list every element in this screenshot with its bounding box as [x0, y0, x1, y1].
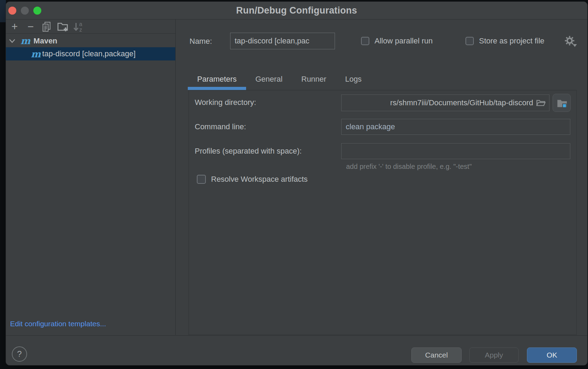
new-folder-button[interactable] [54, 20, 70, 33]
allow-parallel-run-label: Allow parallel run [375, 36, 433, 46]
tab-general[interactable]: General [246, 68, 292, 90]
tab-runner[interactable]: Runner [292, 68, 336, 90]
profiles-input[interactable] [341, 143, 570, 159]
background-accent [0, 0, 6, 22]
resolve-workspace-artifacts-option[interactable]: Resolve Workspace artifacts [197, 175, 308, 184]
maven-icon: m [20, 36, 31, 46]
store-as-project-file-checkbox[interactable] [465, 37, 474, 45]
dialog-title: Run/Debug Configurations [6, 2, 587, 19]
command-line-input[interactable] [341, 119, 570, 135]
add-configuration-button[interactable]: + [7, 20, 23, 33]
command-line-label: Command line: [195, 122, 246, 131]
tab-parameters[interactable]: Parameters [188, 68, 246, 90]
tab-logs[interactable]: Logs [336, 68, 371, 90]
remove-configuration-button[interactable]: − [23, 20, 39, 33]
store-as-project-file-label: Store as project file [479, 36, 544, 46]
ok-button[interactable]: OK [527, 347, 577, 363]
resolve-workspace-artifacts-checkbox[interactable] [197, 175, 206, 184]
working-directory-label: Working directory: [195, 98, 256, 107]
apply-button[interactable]: Apply [469, 347, 519, 363]
add-folder-icon [57, 21, 68, 32]
close-window-button[interactable] [8, 7, 16, 15]
browse-working-directory-button[interactable] [553, 94, 571, 112]
minimize-window-button[interactable] [21, 7, 29, 15]
folder-open-icon[interactable] [536, 98, 546, 108]
screen: Run/Debug Configurations + − [0, 0, 588, 369]
sort-configurations-button[interactable]: a z [70, 20, 86, 33]
question-mark-icon: ? [17, 349, 22, 359]
tree-group-maven[interactable]: m Maven [6, 34, 175, 47]
tree-item-label: tap-discord [clean,package] [42, 49, 136, 58]
svg-text:z: z [79, 27, 82, 32]
configurations-sidebar: + − [6, 19, 176, 335]
dropdown-arrow-icon [573, 44, 577, 47]
cancel-button[interactable]: Cancel [411, 347, 462, 363]
svg-text:a: a [79, 21, 82, 27]
allow-parallel-run-option[interactable]: Allow parallel run [361, 36, 433, 46]
working-directory-value: rs/shmn7iii/Documents/GitHub/tap-discord [390, 98, 533, 107]
working-directory-input[interactable]: rs/shmn7iii/Documents/GitHub/tap-discord [341, 95, 549, 111]
profiles-hint: add prefix '-' to disable profile, e.g. … [346, 163, 472, 171]
store-settings-button[interactable] [564, 35, 576, 47]
sort-alphabetically-icon: a z [73, 21, 84, 32]
sidebar-toolbar: + − [6, 19, 175, 34]
zoom-window-button[interactable] [33, 7, 41, 15]
tree-group-label: Maven [34, 36, 57, 46]
configuration-editor-panel: Name: Allow parallel run Store as projec… [176, 19, 587, 335]
profiles-label: Profiles (separated with space): [195, 147, 302, 156]
minus-icon: − [27, 21, 34, 32]
copy-icon [41, 21, 52, 32]
tree-item-tap-discord[interactable]: m tap-discord [clean,package] [6, 47, 175, 60]
name-input[interactable] [230, 33, 335, 49]
maven-icon: m [31, 49, 41, 59]
run-debug-configurations-dialog: Run/Debug Configurations + − [6, 2, 587, 365]
help-button[interactable]: ? [12, 346, 27, 362]
name-label: Name: [190, 37, 212, 46]
store-as-project-file-option[interactable]: Store as project file [465, 36, 544, 46]
edit-configuration-templates-link[interactable]: Edit configuration templates... [10, 320, 106, 328]
tab-bar: Parameters General Runner Logs [188, 68, 371, 90]
resolve-workspace-artifacts-label: Resolve Workspace artifacts [211, 175, 308, 184]
allow-parallel-run-checkbox[interactable] [361, 37, 369, 45]
chevron-down-icon [8, 37, 16, 45]
folder-browse-icon [556, 98, 567, 108]
title-bar: Run/Debug Configurations [6, 2, 587, 19]
plus-icon: + [11, 21, 18, 32]
dialog-footer: ? Cancel Apply OK [6, 335, 587, 365]
copy-configuration-button[interactable] [39, 20, 54, 33]
